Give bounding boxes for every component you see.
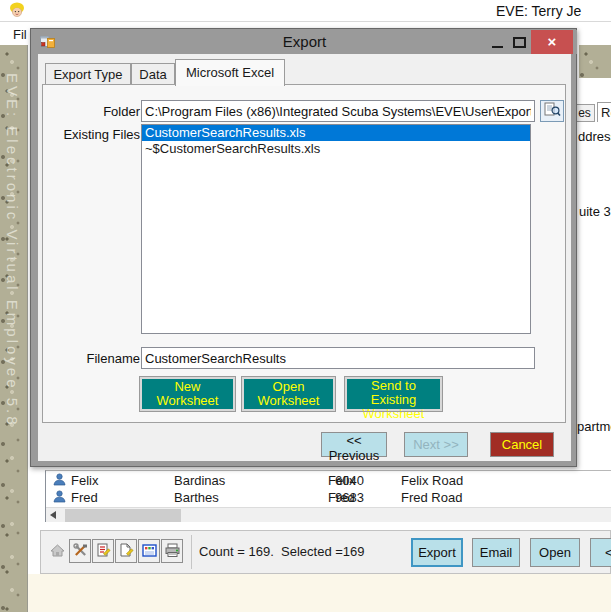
dialog-titlebar[interactable]: Export × (32, 30, 577, 54)
export-button[interactable]: Export (411, 538, 463, 567)
version-watermark: EVE: Electronic Virtual Employee 5.8 (4, 73, 21, 428)
menu-item-file[interactable]: Fil (13, 27, 27, 42)
minimize-button[interactable] (488, 32, 508, 53)
scrollbar-thumb[interactable] (65, 509, 181, 522)
home-button[interactable] (46, 539, 68, 563)
mascot-icon (8, 2, 26, 23)
close-button[interactable]: × (531, 30, 573, 54)
cell-last-name: Bardinas (174, 473, 225, 488)
tab-data[interactable]: Data (131, 63, 175, 85)
dialog-body: Export Type Data Microsoft Excel Folder … (38, 54, 571, 461)
tab-export-type[interactable]: Export Type (45, 63, 131, 85)
previous-button[interactable]: << Previous (321, 432, 387, 457)
background-tab-results-partial[interactable]: Re (597, 102, 611, 122)
main-titlebar: EVE: Terry Je (0, 0, 611, 22)
cell-suite-partial: uite 3 (579, 204, 611, 219)
cell-first-name: Felix (71, 473, 98, 488)
export-dialog: Export × Export Type Data Microsoft Exce… (30, 28, 577, 467)
excel-tab-page: Folder Existing Files CustomerSearchResu… (42, 84, 566, 423)
cell-street: Fred Road (401, 490, 462, 505)
window-footer-area (28, 574, 611, 612)
existing-files-label: Existing Files (43, 127, 140, 142)
cell-first-name: Fred (71, 490, 98, 505)
send-to-existing-worksheet-button[interactable]: Send to Existing Worksheet (345, 377, 442, 411)
customer-table: Felix Bardinas 6040 Felix Felix Road Fre… (45, 470, 611, 522)
filename-label: Filename (43, 351, 140, 366)
open-worksheet-button[interactable]: Open Worksheet (242, 377, 335, 411)
browse-folder-button[interactable] (540, 100, 564, 122)
filename-input[interactable] (141, 347, 535, 369)
file-list-item[interactable]: ~$CustomerSearchResults.xls (142, 141, 530, 157)
person-icon (53, 473, 66, 489)
table-row[interactable]: Fred Barthes 9683 Fred Fred Road (46, 490, 611, 506)
collapse-button-partial[interactable]: << (590, 538, 611, 567)
app-window: EVE: Terry Je Fil EVE: Electronic Virtua… (0, 0, 611, 612)
scroll-left-arrow-icon[interactable] (50, 511, 56, 519)
column-header-address-partial: ddress (578, 129, 611, 144)
background-texture-left: EVE: Electronic Virtual Employee 5.8 (0, 45, 28, 612)
background-texture-right (579, 45, 611, 78)
email-button[interactable]: Email (472, 538, 520, 567)
status-bar: Count = 169. Selected =169 Export Email … (40, 530, 611, 574)
cancel-button[interactable]: Cancel (490, 432, 554, 457)
status-divider (191, 535, 192, 569)
folder-label: Folder (43, 104, 140, 119)
new-document-button[interactable] (115, 539, 137, 563)
cell-apartment-partial: partme (577, 419, 611, 434)
report-button[interactable] (92, 539, 114, 563)
table-row[interactable]: Felix Bardinas 6040 Felix Felix Road (46, 473, 611, 489)
next-button[interactable]: Next >> (404, 432, 468, 457)
existing-files-list[interactable]: CustomerSearchResults.xls ~$CustomerSear… (141, 124, 531, 334)
folder-input[interactable] (141, 100, 535, 122)
cell-alias: Fred (328, 490, 355, 505)
app-title: EVE: Terry Je (496, 3, 611, 19)
person-icon (53, 490, 66, 506)
tab-microsoft-excel[interactable]: Microsoft Excel (175, 59, 285, 86)
background-tab-partial[interactable]: es (575, 104, 595, 122)
cell-street: Felix Road (401, 473, 463, 488)
cell-last-name: Barthes (174, 490, 219, 505)
tools-button[interactable] (69, 539, 91, 563)
file-list-item-selected[interactable]: CustomerSearchResults.xls (142, 125, 530, 141)
new-worksheet-button[interactable]: New Worksheet (140, 377, 235, 411)
count-status-text: Count = 169. Selected =169 (199, 544, 365, 559)
open-button[interactable]: Open (530, 538, 580, 567)
cell-alias: Felix (328, 473, 355, 488)
maximize-button[interactable] (510, 32, 530, 53)
print-button[interactable] (161, 539, 183, 563)
grid-view-button[interactable] (138, 539, 160, 563)
horizontal-scrollbar[interactable] (46, 507, 611, 522)
